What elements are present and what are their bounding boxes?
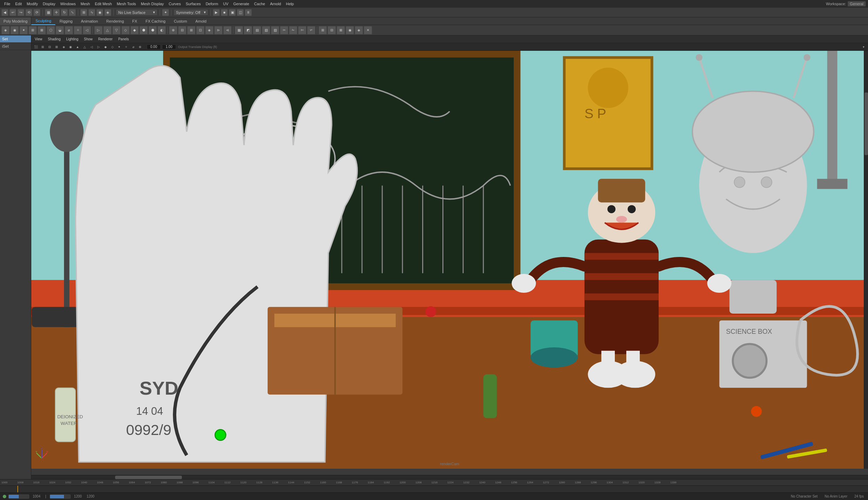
menu-mesh[interactable]: Mesh — [79, 1, 92, 7]
menu-edit[interactable]: Edit — [13, 1, 24, 7]
tool-rotate[interactable]: ↻ — [61, 9, 68, 16]
shelf-icon-35[interactable]: ⊞ — [319, 26, 327, 34]
menu-generate[interactable]: Generate — [231, 1, 251, 7]
tab-fx[interactable]: FX — [128, 17, 141, 25]
menu-windows[interactable]: Windows — [58, 1, 78, 7]
vp-icon-cam[interactable]: ⬛ — [33, 44, 39, 50]
tool-new[interactable]: ◀ — [1, 9, 8, 16]
shelf-icon-32[interactable]: ✁ — [289, 26, 297, 34]
tab-rendering[interactable]: Rendering — [102, 17, 128, 25]
workspace-value[interactable]: General — [847, 1, 866, 7]
shelf-icon-16[interactable]: ⬢ — [139, 26, 148, 34]
vp-icon-persp[interactable]: ⊞ — [40, 44, 46, 50]
shelf-icon-27[interactable]: ◩ — [244, 26, 252, 34]
menu-help[interactable]: Help — [284, 1, 296, 7]
tool-snap-curve[interactable]: ∿ — [88, 9, 95, 16]
menu-modify[interactable]: Modify — [25, 1, 40, 7]
tab-sculpting[interactable]: Sculpting — [31, 17, 55, 25]
tool-ipr[interactable]: ◫ — [237, 9, 244, 16]
vp-icon-origin[interactable]: ⌀ — [130, 44, 136, 50]
tab-rigging[interactable]: Rigging — [55, 17, 77, 25]
shelf-icon-13[interactable]: ▽ — [112, 26, 121, 34]
vp-icon-grid[interactable]: ✧ — [123, 44, 129, 50]
shelf-icon-7[interactable]: ◒ — [56, 26, 64, 34]
tool-undo[interactable]: ⟲ — [25, 9, 32, 16]
shelf-icon-11[interactable]: ▷ — [94, 26, 103, 34]
shelf-icon-29[interactable]: ▧ — [262, 26, 270, 34]
tool-snap-view[interactable]: ◈ — [104, 9, 111, 16]
viewport-vscrollbar[interactable] — [864, 51, 868, 469]
menu-curves[interactable]: Curves — [167, 1, 183, 7]
menu-mesh-display[interactable]: Mesh Display — [139, 1, 166, 7]
tool-render[interactable]: ▶ — [213, 9, 220, 16]
end-frame-status[interactable]: 1200 — [73, 494, 83, 498]
current-frame-status[interactable]: 1004 — [31, 494, 42, 498]
vp-menu-panels[interactable]: Panels — [116, 37, 131, 41]
shelf-icon-24[interactable]: ⊳ — [214, 26, 223, 34]
shelf-icon-36[interactable]: ⊟ — [328, 26, 336, 34]
shelf-icon-19[interactable]: ⊕ — [169, 26, 177, 34]
tool-pause[interactable]: ⏸ — [245, 9, 252, 16]
menu-mesh-tools[interactable]: Mesh Tools — [115, 1, 138, 7]
tool-hardware-render[interactable]: ■ — [221, 9, 228, 16]
tool-snap-grid[interactable]: ⊞ — [80, 9, 87, 16]
shelf-icon-37[interactable]: ⊠ — [337, 26, 345, 34]
tool-magnet[interactable]: ✦ — [162, 9, 169, 16]
shelf-icon-17[interactable]: ⬣ — [148, 26, 157, 34]
end-frame-input[interactable]: 1200 — [85, 494, 96, 498]
live-surface-dropdown[interactable]: No Live Surface ▾ — [116, 9, 158, 16]
shelf-icon-30[interactable]: ▨ — [271, 26, 279, 34]
shelf-icon-31[interactable]: ✂ — [280, 26, 288, 34]
menu-cache[interactable]: Cache — [252, 1, 267, 7]
shelf-icon-20[interactable]: ⊟ — [178, 26, 186, 34]
viewport-hscrollbar[interactable] — [31, 475, 868, 479]
vp-icon-shadow[interactable]: △ — [81, 44, 88, 50]
menu-deform[interactable]: Deform — [203, 1, 220, 7]
shelf-icon-39[interactable]: ◈ — [355, 26, 363, 34]
tab-arnold[interactable]: Arnold — [191, 17, 211, 25]
shelf-icon-34[interactable]: ✃ — [307, 26, 315, 34]
tool-move[interactable]: ✛ — [53, 9, 60, 16]
translate-x-input[interactable] — [147, 45, 161, 49]
tab-fx-caching[interactable]: FX Caching — [141, 17, 169, 25]
tab-custom[interactable]: Custom — [170, 17, 191, 25]
tool-save[interactable]: ↪ — [17, 9, 24, 16]
vp-menu-view[interactable]: View — [33, 37, 45, 41]
tool-redo[interactable]: ⟳ — [33, 9, 40, 16]
shelf-icon-26[interactable]: ▦ — [235, 26, 243, 34]
menu-display[interactable]: Display — [41, 1, 57, 7]
tool-render-sequence[interactable]: ▣ — [229, 9, 236, 16]
shelf-icon-40[interactable]: ✕ — [364, 26, 372, 34]
shelf-icon-18[interactable]: ◐ — [158, 26, 166, 34]
vp-icon-ao[interactable]: ◁ — [88, 44, 95, 50]
menu-uv[interactable]: UV — [221, 1, 230, 7]
menu-edit-mesh[interactable]: Edit Mesh — [93, 1, 114, 7]
vp-icon-texture[interactable]: ◈ — [61, 44, 67, 50]
tool-snap-point[interactable]: ◉ — [96, 9, 103, 16]
vp-icon-wireframe[interactable]: ⊟ — [47, 44, 53, 50]
left-panel-item-set[interactable]: Set — [0, 35, 31, 43]
menu-surfaces[interactable]: Surfaces — [184, 1, 203, 7]
shelf-icon-10[interactable]: ◁ — [83, 26, 91, 34]
tab-animation[interactable]: Animation — [77, 17, 102, 25]
shelf-icon-21[interactable]: ⊞ — [187, 26, 195, 34]
menu-arnold[interactable]: Arnold — [268, 1, 283, 7]
vp-menu-show[interactable]: Show — [82, 37, 95, 41]
vp-menu-lighting[interactable]: Lighting — [64, 37, 80, 41]
vp-icon-ssao[interactable]: ◇ — [109, 44, 115, 50]
vp-icon-mblur[interactable]: ◆ — [102, 44, 108, 50]
vp-menu-renderer[interactable]: Renderer — [96, 37, 115, 41]
shelf-icon-33[interactable]: ✄ — [298, 26, 306, 34]
shelf-icon-15[interactable]: ◆ — [130, 26, 139, 34]
tool-scale[interactable]: ⤡ — [69, 9, 76, 16]
shelf-icon-2[interactable]: ◉ — [10, 26, 19, 34]
shelf-icon-6[interactable]: ⬡ — [47, 26, 55, 34]
translate-y-input[interactable] — [162, 45, 176, 49]
shelf-icon-5[interactable]: ⊠ — [38, 26, 46, 34]
symmetry-dropdown[interactable]: Symmetry: Off ▾ — [174, 9, 208, 16]
shelf-icon-3[interactable]: ✦ — [19, 26, 28, 34]
left-panel-item-iset[interactable]: iSet — [0, 43, 31, 50]
tool-select[interactable]: ▦ — [45, 9, 52, 16]
vp-icon-aa[interactable]: ▲ — [74, 44, 81, 50]
menu-file[interactable]: File — [2, 1, 13, 7]
